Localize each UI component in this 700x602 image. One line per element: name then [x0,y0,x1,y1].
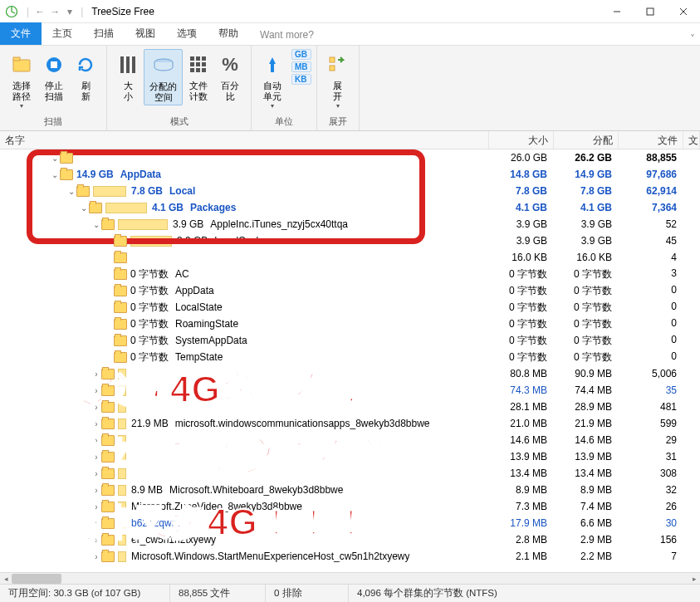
size-label: 7.8 GB [131,185,163,197]
nav-dropdown-icon[interactable]: ▾ [62,6,77,17]
select-path-button[interactable]: 选择 路径 ▾ [5,49,38,111]
expander-icon[interactable]: ⌄ [79,203,89,213]
auto-unit-icon [263,51,281,79]
tree-row[interactable]: ›13.9 MB13.9 MB31 [0,448,700,465]
maximize-button[interactable] [634,0,667,23]
tree-row[interactable]: 0 字节数SystemAppData0 字节数0 字节数0 [0,332,700,349]
expander-icon[interactable]: › [91,469,101,478]
tree-row[interactable]: ›8.9 MBMicrosoft.Whiteboard_8wekyb3d8bbw… [0,482,700,498]
folder-icon [101,468,115,479]
tree-view[interactable]: 又发现4G多缓存， 跟苹果升级文件有关。 删掉又多4G！！！ ⌄26.0 GB2… [0,149,700,572]
tab-file[interactable]: 文件 [0,22,42,45]
minimize-button[interactable] [600,0,634,23]
nav-back-icon[interactable]: ← [32,6,47,17]
tab-wantmore[interactable]: Want more? [249,25,325,45]
tree-row[interactable]: ›80.8 MB90.9 MB5,006 [0,365,700,382]
tab-home[interactable]: 主页 [42,22,83,45]
tree-row[interactable]: ›74.3 MB74.4 MB35 [0,382,700,399]
expander-icon[interactable]: › [91,552,101,561]
tree-row[interactable]: ›3.9 GBLocalCache3.9 GB3.9 GB45 [0,232,700,249]
tab-options[interactable]: 选项 [166,22,208,45]
col-size[interactable]: 大小 [489,131,554,149]
expander-icon[interactable]: › [91,386,101,395]
close-button[interactable] [667,0,700,23]
size-bar [118,452,126,463]
tree-row[interactable]: 0 字节数TempState0 字节数0 字节数0 [0,349,700,365]
auto-unit-button[interactable]: 自动 单元 ▾ [257,49,288,111]
tree-row[interactable]: 0 字节数AC0 字节数0 字节数3 [0,266,700,282]
tree-row[interactable]: ⌄7.8 GBLocal7.8 GB7.8 GB62,914 [0,183,700,199]
mode-size-button[interactable]: 大 小 [112,49,144,104]
cell: 88,855 [619,152,683,164]
status-cluster: 4,096 每个群集的字节数 (NTFS) [349,585,700,602]
col-name[interactable]: 名字 [0,131,489,149]
tree-row[interactable]: ›13.4 MB13.4 MB308 [0,465,700,482]
tree-row[interactable]: ⌄4.1 GBPackages4.1 GB4.1 GB7,364 [0,199,700,216]
item-name: Microsoft.ZuneVideo_8wekyb3d8bbwe [131,501,302,512]
unit-mb[interactable]: MB [291,61,311,72]
tree-row[interactable]: ›28.1 MB28.9 MB481 [0,399,700,415]
col-files[interactable]: 文件 [619,131,683,149]
cell: 29 [619,434,683,446]
scroll-left-icon[interactable]: ◂ [0,573,12,585]
scroll-right-icon[interactable]: ▸ [688,573,700,585]
col-alloc[interactable]: 分配 [554,131,619,149]
tree-row[interactable]: ›Microsoft.Windows.StartMenuExperienceHo… [0,548,700,565]
tree-row[interactable]: 16.0 KB16.0 KB4 [0,249,700,266]
expander-icon[interactable]: › [91,502,101,511]
expander-icon[interactable]: › [91,403,101,412]
mode-count-button[interactable]: 文件 计数 [183,49,214,104]
tree-row[interactable]: ›b62q2qwm17.9 MB6.6 MB30 [0,515,700,531]
expander-icon[interactable]: › [91,453,101,462]
horizontal-scrollbar[interactable]: ◂ ▸ [0,572,700,584]
expander-icon[interactable]: › [91,370,101,379]
expander-icon[interactable]: › [91,519,101,528]
stop-scan-button[interactable]: 停止 扫描 [38,49,70,104]
tree-row[interactable]: 0 字节数RoamingState0 字节数0 字节数0 [0,316,700,332]
chevron-down-icon: ▾ [20,102,23,110]
cell [683,418,700,429]
svg-rect-14 [196,56,200,61]
tree-row[interactable]: ›Microsoft.ZuneVideo_8wekyb3d8bbwe7.3 MB… [0,498,700,515]
expander-icon[interactable]: › [91,436,101,445]
item-name: microsoft.windowscommunicationsapps_8wek… [175,418,430,429]
expander-icon[interactable]: › [91,536,101,545]
tree-row[interactable]: ›er_cw5n1h2txyewy2.8 MB2.9 MB156 [0,531,700,548]
ribbon-collapse-icon[interactable]: ˅ [690,33,695,45]
mode-percent-button[interactable]: % 百分 比 [214,49,246,104]
tree-row[interactable]: ›21.9 MBmicrosoft.windowscommunicationsa… [0,415,700,432]
tree-row[interactable]: ›14.6 MB14.6 MB29 [0,432,700,448]
scrollbar-thumb[interactable] [12,574,61,584]
folder-icon [114,335,127,346]
expander-icon[interactable]: › [91,419,101,428]
nav-forward-icon[interactable]: → [47,6,62,17]
ribbon: 选择 路径 ▾ 停止 扫描 刷 新 扫描 大 小 分配的 空间 [0,45,700,131]
expander-icon[interactable]: ⌄ [66,187,76,196]
tree-row[interactable]: 0 字节数AppData0 字节数0 字节数0 [0,282,700,299]
expand-button[interactable]: 展 开 ▾ [322,49,354,111]
cell: 26 [619,501,683,512]
allocated-icon [153,51,174,80]
expander-icon[interactable]: › [91,486,101,495]
tree-row[interactable]: ⌄26.0 GB26.2 GB88,855 [0,149,700,166]
expander-icon[interactable]: ⌄ [50,170,60,179]
expander-icon[interactable]: ⌄ [50,154,60,163]
unit-gb[interactable]: GB [291,49,311,60]
item-name: RoamingState [175,318,238,330]
tree-row[interactable]: ⌄3.9 GBAppleInc.iTunes_nzyj5cx40ttqa3.9 … [0,216,700,232]
tab-help[interactable]: 帮助 [208,22,249,45]
tree-row[interactable]: ⌄14.9 GBAppData14.8 GB14.9 GB97,686 [0,166,700,183]
expander-icon[interactable]: › [104,237,114,246]
tab-view[interactable]: 视图 [125,22,166,45]
expander-icon[interactable]: ⌄ [91,220,101,229]
cell: 7 [619,551,683,562]
unit-kb[interactable]: KB [291,74,311,85]
refresh-button[interactable]: 刷 新 [70,49,101,104]
refresh-icon [76,51,95,79]
col-last[interactable]: 文 [683,131,700,149]
cell: 3.9 GB [554,235,619,247]
tab-scan[interactable]: 扫描 [83,22,125,45]
mode-allocated-button[interactable]: 分配的 空间 [144,49,183,105]
tree-row[interactable]: 0 字节数LocalState0 字节数0 字节数0 [0,299,700,316]
folder-icon [76,186,90,197]
